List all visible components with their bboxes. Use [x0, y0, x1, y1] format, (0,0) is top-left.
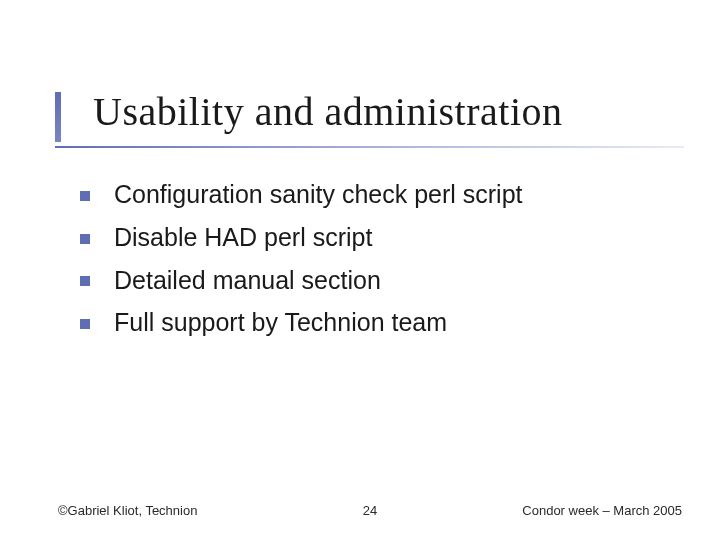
- footer-page-number: 24: [363, 503, 377, 518]
- footer-right: Condor week – March 2005: [522, 503, 682, 518]
- content-area: Configuration sanity check perl script D…: [80, 178, 670, 349]
- bullet-text: Disable HAD perl script: [114, 221, 372, 255]
- list-item: Configuration sanity check perl script: [80, 178, 670, 212]
- slide: Usability and administration Configurati…: [0, 0, 720, 540]
- list-item: Detailed manual section: [80, 264, 670, 298]
- square-bullet-icon: [80, 319, 90, 329]
- title-area: Usability and administration: [55, 88, 680, 135]
- square-bullet-icon: [80, 234, 90, 244]
- list-item: Full support by Technion team: [80, 306, 670, 340]
- footer: ©Gabriel Kliot, Technion 24 Condor week …: [58, 503, 682, 518]
- bullet-text: Detailed manual section: [114, 264, 381, 298]
- slide-title: Usability and administration: [55, 88, 680, 135]
- bullet-text: Full support by Technion team: [114, 306, 447, 340]
- bullet-text: Configuration sanity check perl script: [114, 178, 523, 212]
- list-item: Disable HAD perl script: [80, 221, 670, 255]
- square-bullet-icon: [80, 191, 90, 201]
- footer-left: ©Gabriel Kliot, Technion: [58, 503, 197, 518]
- square-bullet-icon: [80, 276, 90, 286]
- title-underline: [55, 146, 684, 148]
